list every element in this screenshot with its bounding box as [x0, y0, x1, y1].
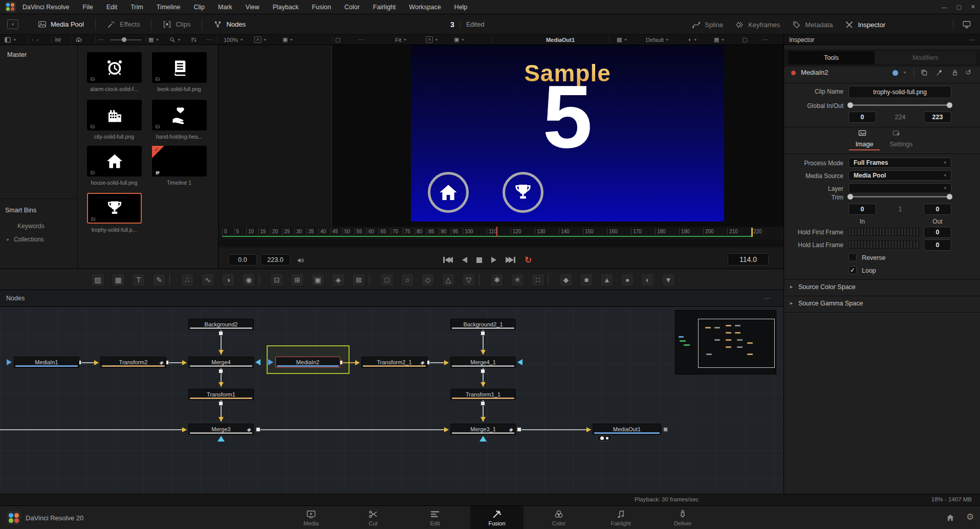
menu-view[interactable]: View	[239, 0, 266, 14]
tool-prender[interactable]: ∷	[531, 273, 545, 286]
node-Transform1[interactable]: Transform1	[188, 389, 254, 400]
menu-trim[interactable]: Trim	[124, 0, 150, 14]
node-MediaIn1[interactable]: MediaIn1	[14, 357, 79, 368]
trim-in-field[interactable]: 0	[848, 204, 876, 215]
menu-fusion[interactable]: Fusion	[305, 0, 338, 14]
tool-text3d[interactable]: ▲	[600, 273, 614, 286]
tool-shape3d[interactable]: ◆	[559, 273, 573, 286]
clip-thumb-timeline[interactable]: ✓	[152, 146, 207, 177]
palette-metadata-button[interactable]: Metadata	[786, 14, 839, 35]
hold-first-frame-field[interactable]: 0	[924, 227, 951, 238]
left-viewer-zoom-select[interactable]: 100%▼	[224, 35, 244, 45]
inspector-options-icon[interactable]: ⋯	[969, 36, 975, 43]
current-frame-field[interactable]: 114.0	[728, 253, 769, 266]
hold-last-frame-wheel[interactable]	[848, 240, 919, 249]
panel-collapse-button[interactable]: ▼	[7, 19, 18, 29]
tool-pmerge[interactable]: ✳	[511, 273, 524, 286]
view-mode-button[interactable]: ▦▼	[148, 35, 159, 45]
output-square[interactable]	[481, 331, 485, 336]
menu-fairlight[interactable]: Fairlight	[366, 0, 402, 14]
palette-clips-button[interactable]: Clips	[156, 14, 198, 35]
palette-media-pool-button[interactable]: Media Pool	[31, 14, 91, 35]
mediapool-options-icon[interactable]: ⋯	[207, 35, 212, 45]
global-in-field[interactable]: 0	[848, 112, 876, 123]
output-square[interactable]	[219, 401, 223, 406]
sort-button[interactable]	[190, 35, 198, 45]
tool-spline-warp[interactable]: ∿	[201, 273, 214, 286]
node-graph[interactable]: Background2Background2_1MediaIn1Transfor…	[0, 307, 783, 494]
process-mode-select[interactable]: Full Frames▼	[848, 158, 951, 168]
window-close-icon[interactable]: ✕	[966, 4, 980, 10]
page-deliver[interactable]: Deliver	[656, 506, 709, 529]
go-to-end-button[interactable]	[506, 257, 515, 263]
left-viewer-channel-select[interactable]: A▼	[254, 35, 267, 45]
step-back-button[interactable]	[462, 257, 467, 263]
tab-image[interactable]: Image	[849, 141, 880, 148]
split-wipe-button[interactable]: ◐▼	[688, 35, 698, 45]
palette-keyframes-button[interactable]: Keyframes	[729, 14, 786, 35]
tool-bspline-mask[interactable]: △	[442, 273, 455, 286]
settings-tab-icon[interactable]	[892, 129, 901, 137]
output-square[interactable]	[219, 331, 223, 336]
lut-select[interactable]: Default▼	[646, 35, 669, 45]
tool-merge[interactable]: ⊡	[270, 273, 284, 286]
clip-thumb-trophy[interactable]	[87, 193, 142, 224]
tool-merge3d[interactable]: ■	[580, 273, 593, 286]
node-Transform2[interactable]: Transform2◈	[100, 357, 166, 368]
node-Transform2_1[interactable]: Transform2_1◈	[361, 357, 427, 368]
go-to-start-button[interactable]	[443, 257, 453, 263]
tool-matte-control[interactable]: ▣	[311, 273, 324, 286]
viewer-expand-button[interactable]: ▢	[742, 35, 747, 45]
menu-edit[interactable]: Edit	[100, 0, 124, 14]
node-MediaOut1[interactable]: MediaOut1	[593, 424, 661, 435]
menu-davinci-resolve[interactable]: DaVinci Resolve	[16, 0, 76, 14]
playhead[interactable]	[496, 227, 497, 237]
tool-rectangle-mask[interactable]: □	[380, 273, 394, 286]
page-media[interactable]: Media	[285, 506, 338, 529]
tool-text-plus[interactable]: T	[132, 273, 145, 286]
section-source-gamma-space[interactable]: ▼Source Gamma Space	[789, 300, 863, 307]
bin-keywords[interactable]: Keywords	[17, 223, 45, 230]
palette-nodes-button[interactable]: Nodes	[206, 14, 253, 35]
left-viewer-expand-button[interactable]: ▢	[335, 35, 340, 45]
panel-layout-button[interactable]: ▼	[4, 35, 17, 45]
output-square[interactable]	[517, 427, 521, 432]
global-in-out-slider[interactable]	[848, 104, 951, 106]
image-tab-icon[interactable]	[858, 129, 866, 137]
clip-thumb-home[interactable]	[87, 146, 142, 177]
play-button[interactable]	[491, 257, 496, 263]
tool-channel-booleans[interactable]: ⊠	[352, 273, 365, 286]
viewer-canvas[interactable]: Sample 5	[411, 45, 724, 222]
left-viewer-options-icon[interactable]: ⋯	[358, 35, 364, 45]
clip-thumb-hand[interactable]	[152, 100, 207, 130]
node-Merge4_1[interactable]: Merge4_1	[450, 357, 516, 368]
node-enable-dot[interactable]	[892, 70, 898, 76]
global-out-field[interactable]: 223	[924, 112, 951, 123]
range-in-field[interactable]: 0.0	[228, 254, 257, 266]
tool-camera3d[interactable]: ●	[621, 273, 634, 286]
bin-master[interactable]: Master	[0, 45, 77, 58]
menu-clip[interactable]: Clip	[187, 0, 212, 14]
page-color[interactable]: Color	[532, 506, 585, 529]
range-out-field[interactable]: 223.0	[260, 254, 290, 266]
page-cut[interactable]: Cut	[346, 506, 400, 529]
grid-overlay-button[interactable]: ▦▼	[714, 35, 725, 45]
tool-blur[interactable]: ◉	[242, 273, 255, 286]
tool-ellipse-mask[interactable]: ○	[401, 273, 414, 286]
relink-icon[interactable]	[54, 35, 61, 45]
timeline-scroll-track[interactable]	[219, 239, 783, 246]
tool-particle-emitter[interactable]: ∴	[181, 273, 194, 286]
node-Merge4[interactable]: Merge4	[188, 357, 254, 368]
hold-first-frame-wheel[interactable]	[848, 228, 919, 236]
menu-mark[interactable]: Mark	[211, 0, 239, 14]
node-MediaIn2[interactable]: MediaIn2	[275, 357, 340, 368]
menu-help[interactable]: Help	[448, 0, 474, 14]
tool-pemitter[interactable]: ✱	[490, 273, 504, 286]
page-fusion[interactable]: Fusion	[470, 506, 524, 529]
left-viewer-display-select[interactable]: ▣▼	[282, 35, 293, 45]
output-square[interactable]	[481, 401, 485, 406]
tool-triangle-mask[interactable]: ▽	[462, 273, 475, 286]
tool-keyer[interactable]: ◈	[332, 273, 345, 286]
loop-button[interactable]: ↻	[525, 255, 532, 266]
tool-paint[interactable]: ✎	[153, 273, 166, 286]
